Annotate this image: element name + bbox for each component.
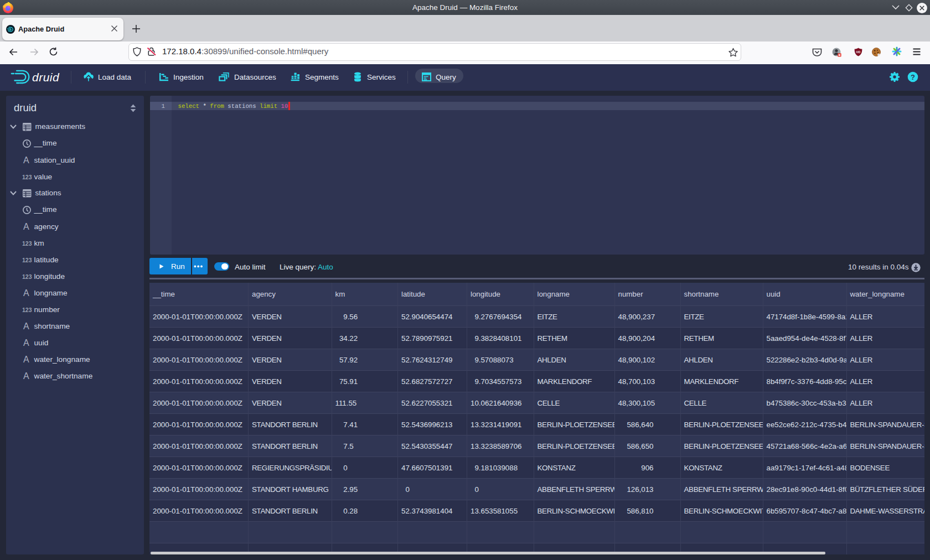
svg-text:UO: UO: [856, 50, 861, 54]
svg-text:?: ?: [911, 73, 915, 81]
